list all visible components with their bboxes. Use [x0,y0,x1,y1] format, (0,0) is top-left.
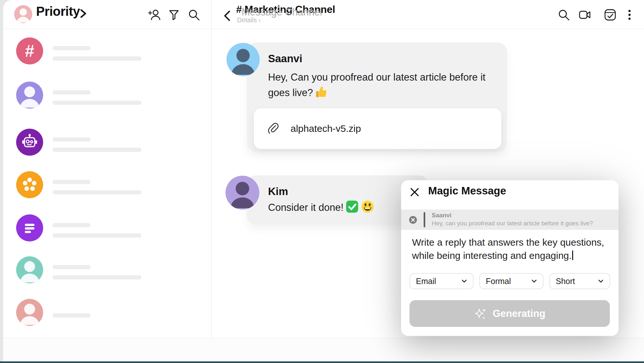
attachment-card[interactable]: alphatech-v5.zip [254,108,501,149]
message-avatar[interactable] [226,176,259,210]
header-divider [3,29,644,29]
prompt-input[interactable]: Write a reply that answers the key quest… [412,236,613,262]
back-icon[interactable] [221,9,234,23]
sparkle-icon [474,307,487,320]
workspace-title[interactable]: Priority [36,4,80,19]
skeleton-line [53,56,141,61]
tone-dropdown[interactable]: Formal [479,273,543,289]
quoted-message: Saanvi Hey, can you proofread our latest… [401,210,619,230]
text-cursor [572,250,573,260]
person-silhouette [226,43,260,76]
user-avatar [16,256,43,283]
skeleton-line [53,275,141,280]
search-chat-icon[interactable] [557,8,571,22]
panel-title: Magic Message [428,185,506,197]
channel-hash-icon: # [16,37,43,64]
chevron-down-icon [531,278,538,285]
paperclip-icon [265,121,280,136]
skeleton-line [53,223,91,227]
generating-button[interactable]: Generating [409,300,610,327]
skeleton-line [53,90,91,94]
add-member-icon[interactable] [147,8,161,22]
message-author: Saanvi [268,53,302,65]
search-icon[interactable] [187,8,201,22]
chevron-right-icon[interactable] [77,8,89,19]
workspace-avatar[interactable] [14,5,32,23]
video-call-icon[interactable] [578,8,592,22]
sidebar-divider [211,0,212,338]
check-mark-button-emoji [345,200,359,213]
sidebar-item-user[interactable] [16,82,197,109]
notes-icon [16,214,43,241]
composer-input[interactable]: Message Channel [242,6,322,18]
tasks-icon[interactable] [603,8,617,22]
person-silhouette [16,82,43,109]
person-silhouette [14,5,32,23]
filter-icon[interactable] [167,8,181,22]
sidebar-item-app[interactable] [16,171,197,198]
chevron-down-icon [461,278,468,285]
sidebar-item-channel[interactable]: # [16,37,197,64]
user-avatar [16,82,43,109]
magic-message-panel: Magic Message Saanvi Hey, can you proofr… [401,180,619,336]
skeleton-line [53,190,141,194]
format-dropdown[interactable]: Email [409,273,474,289]
bot-icon [16,129,43,156]
app-screen: Priority # Marketing Channel Details › # [0,0,644,363]
attachment-filename: alphatech-v5.zip [291,123,361,134]
grinning-face-emoji [361,200,374,213]
sidebar-item-notes[interactable] [16,214,197,241]
skeleton-line [53,313,91,318]
message-avatar[interactable] [226,43,260,76]
message-text: Hey, Can you proofread our latest articl… [268,70,487,101]
sidebar-item-user[interactable] [16,299,197,326]
user-avatar [16,299,43,326]
quoted-author: Saanvi [432,212,451,219]
person-silhouette [226,176,259,210]
thumbs-up-emoji [315,86,328,99]
skeleton-line [53,265,91,269]
bottom-bar [3,338,644,361]
close-icon[interactable] [409,187,420,197]
bottom-edge-strip [0,361,644,363]
remove-quote-icon[interactable] [409,216,417,224]
skeleton-line [53,233,141,238]
chevron-down-icon [597,278,604,285]
generating-label: Generating [493,308,545,319]
quote-bar [424,212,425,227]
person-silhouette [16,256,43,283]
skeleton-line [53,148,141,152]
length-dropdown[interactable]: Short [549,273,610,289]
skeleton-line [53,46,91,50]
app-flower-icon [16,171,43,198]
person-silhouette [16,299,43,326]
skeleton-line [53,180,91,184]
more-menu-icon[interactable] [625,8,634,22]
message-author: Kim [268,185,288,198]
quoted-text: Hey, can you proofread our latest articl… [432,220,593,227]
sidebar-item-bot[interactable] [16,129,197,156]
sidebar-item-user[interactable] [16,256,197,283]
skeleton-line [53,137,91,142]
skeleton-line [53,101,141,105]
